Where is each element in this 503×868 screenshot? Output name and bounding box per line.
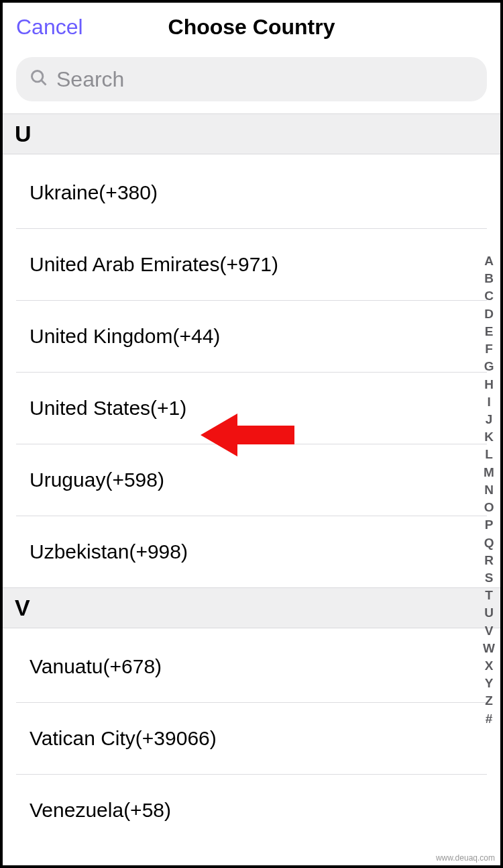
- cancel-button[interactable]: Cancel: [16, 15, 83, 40]
- alpha-index-letter[interactable]: M: [484, 464, 494, 481]
- alpha-index-letter[interactable]: U: [484, 604, 494, 622]
- alpha-index-letter[interactable]: S: [485, 569, 494, 587]
- list-item[interactable]: Uzbekistan(+998): [16, 516, 487, 587]
- alpha-index-letter[interactable]: L: [485, 446, 493, 463]
- alpha-index-letter[interactable]: Q: [484, 534, 494, 552]
- search-input[interactable]: [56, 67, 473, 92]
- alpha-index-letter[interactable]: K: [484, 428, 494, 446]
- list-u: Ukraine(+380) United Arab Emirates(+971)…: [3, 157, 500, 587]
- list-item[interactable]: Uruguay(+598): [16, 444, 487, 516]
- alpha-index[interactable]: A B C D E F G H I J K L M N O P Q R S T …: [483, 252, 495, 728]
- alpha-index-letter[interactable]: E: [485, 323, 494, 340]
- alpha-index-letter[interactable]: W: [483, 640, 495, 657]
- alpha-index-letter[interactable]: Y: [485, 675, 494, 692]
- watermark: www.deuaq.com: [436, 853, 495, 863]
- search-bar[interactable]: [16, 57, 487, 101]
- list-item[interactable]: Ukraine(+380): [16, 157, 487, 229]
- alpha-index-letter[interactable]: J: [486, 411, 493, 428]
- alpha-index-letter[interactable]: #: [486, 710, 493, 728]
- svg-line-1: [42, 81, 46, 85]
- list-item[interactable]: Vatican City(+39066): [16, 703, 487, 775]
- alpha-index-letter[interactable]: X: [485, 657, 494, 675]
- svg-point-0: [32, 71, 43, 82]
- alpha-index-letter[interactable]: V: [485, 622, 494, 640]
- search-container: [3, 48, 500, 113]
- alpha-index-letter[interactable]: F: [485, 340, 493, 358]
- alpha-index-letter[interactable]: Z: [485, 692, 493, 710]
- list-item[interactable]: United Arab Emirates(+971): [16, 229, 487, 301]
- alpha-index-letter[interactable]: N: [484, 481, 494, 499]
- page-title: Choose Country: [168, 15, 335, 40]
- search-icon: [30, 68, 48, 90]
- list-item[interactable]: Venezuela(+58): [16, 775, 487, 846]
- alpha-index-letter[interactable]: B: [484, 270, 494, 287]
- alpha-index-letter[interactable]: C: [484, 287, 494, 305]
- list-item[interactable]: United States(+1): [16, 373, 487, 444]
- alpha-index-letter[interactable]: P: [485, 516, 494, 534]
- alpha-index-letter[interactable]: H: [484, 376, 494, 393]
- list-item[interactable]: United Kingdom(+44): [16, 301, 487, 373]
- alpha-index-letter[interactable]: O: [484, 499, 494, 516]
- section-header-v: V: [3, 587, 500, 628]
- alpha-index-letter[interactable]: G: [484, 358, 494, 375]
- list-item[interactable]: Vanuatu(+678): [16, 631, 487, 703]
- header-bar: Cancel Choose Country: [3, 3, 500, 48]
- alpha-index-letter[interactable]: I: [487, 393, 490, 411]
- list-v: Vanuatu(+678) Vatican City(+39066) Venez…: [3, 631, 500, 846]
- section-header-u: U: [3, 113, 500, 154]
- alpha-index-letter[interactable]: T: [485, 587, 493, 604]
- alpha-index-letter[interactable]: A: [484, 252, 494, 270]
- alpha-index-letter[interactable]: R: [484, 552, 494, 569]
- alpha-index-letter[interactable]: D: [484, 305, 494, 323]
